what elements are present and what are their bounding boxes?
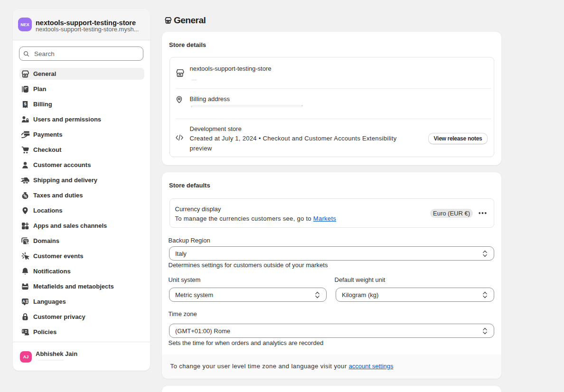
svg-text:A: A [22, 299, 25, 304]
svg-text:$: $ [24, 101, 26, 106]
